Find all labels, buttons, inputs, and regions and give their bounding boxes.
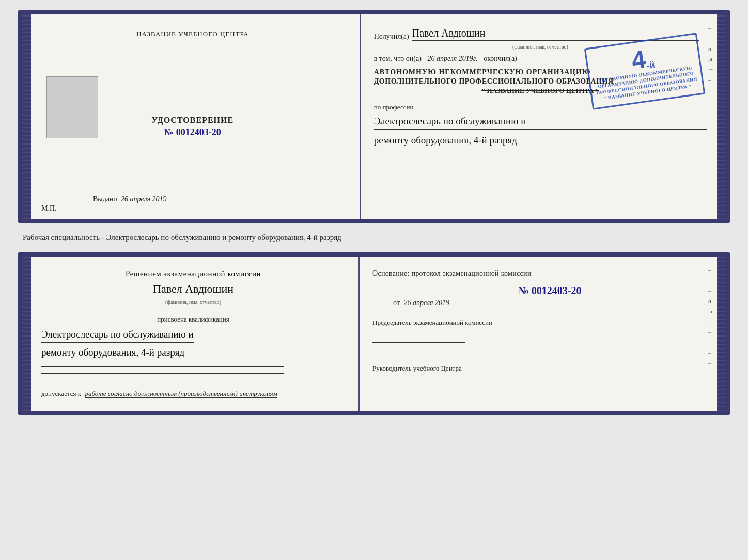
photo-placeholder	[46, 76, 98, 138]
profession-line2: ремонту оборудования, 4-й разряд	[374, 133, 707, 149]
sig-line-2	[41, 373, 284, 374]
ot-prefix: от	[393, 299, 400, 307]
right-spine	[717, 14, 726, 219]
cert-number: № 0012403-20	[152, 127, 234, 138]
side-marks: – – и ,а ← –	[708, 25, 714, 83]
bottom-left-spine	[22, 257, 31, 411]
vtom-prefix: в том, что он(а)	[374, 55, 422, 62]
fio-label-bottom: (фамилия, имя, отчество)	[165, 299, 221, 305]
rukov-title-text: Руководитель учебного Центра	[372, 363, 707, 374]
bottom-side-marks: – – – и ,а ← – – – –	[708, 267, 714, 366]
middle-text: Рабочая специальность - Электрослесарь п…	[18, 232, 730, 243]
stamp-grade: 4	[630, 46, 647, 73]
qual-line1: Электрослесарь по обслуживанию и	[41, 327, 194, 343]
proto-date: от 26 апреля 2019	[393, 299, 707, 307]
chair-sig-line	[372, 342, 465, 343]
mp-label: М.П.	[41, 204, 57, 213]
bottom-right-page: Основание: протокол экзаменационной коми…	[360, 257, 717, 411]
rukov-label: Руководитель учебного Центра	[372, 363, 707, 389]
okonchil: окончил(а)	[484, 55, 517, 62]
vtom-date: 26 апреля 2019г.	[427, 55, 477, 62]
issued-line: Выдано 26 апреля 2019	[93, 195, 167, 203]
sig-line-3	[41, 380, 284, 380]
bottom-left-page: Решением экзаменационной комиссии Павел …	[31, 257, 360, 411]
rukov-sig-line	[372, 388, 465, 388]
chair-title-text: Председатель экзаменационной комиссии	[372, 317, 707, 328]
person-name: Павел Авдюшин	[153, 282, 233, 297]
sig-line-1	[41, 366, 284, 367]
cert-label: УДОСТОВЕРЕНИЕ	[152, 116, 234, 125]
chair-label: Председатель экзаменационной комиссии	[372, 317, 707, 343]
dopuskaetsya-line: допускается к работе согласно должностны…	[41, 390, 277, 398]
top-right-page: 4 -й АВТОНОМНУЮ НЕКОММЕРЧЕСКУЮ ОРГАНИЗАЦ…	[361, 14, 717, 219]
profession-line1: Электрослесарь по обслуживанию и	[374, 114, 707, 130]
issued-prefix: Выдано	[93, 195, 117, 203]
issued-date: 26 апреля 2019	[121, 195, 166, 203]
po-professii: по профессии	[374, 103, 707, 111]
top-document: НАЗВАНИЕ УЧЕБНОГО ЦЕНТРА УДОСТОВЕРЕНИЕ №…	[18, 10, 730, 223]
dash1: –	[703, 33, 707, 41]
middle-text-content: Рабочая специальность - Электрослесарь п…	[23, 233, 341, 242]
prisvoena: присвоена квалификация	[157, 315, 229, 324]
dopuskaetsya-prefix: допускается к	[41, 390, 81, 397]
dopusk-text: работе согласно должностным (производств…	[85, 390, 277, 398]
proto-date-val: 26 апреля 2019	[404, 299, 449, 307]
received-prefix: Получил(а)	[374, 33, 409, 41]
osnov-label: Основание: протокол экзаменационной коми…	[372, 269, 707, 278]
center-title: НАЗВАНИЕ УЧЕБНОГО ЦЕНТРА	[136, 30, 248, 38]
left-spine	[22, 14, 31, 219]
bottom-document: Решением экзаменационной комиссии Павел …	[18, 252, 730, 415]
stamp-suffix: -й	[646, 59, 656, 71]
qual-line2: ремонту оборудования, 4-й разряд	[41, 345, 184, 361]
proto-number: № 0012403-20	[393, 285, 707, 297]
top-left-page: НАЗВАНИЕ УЧЕБНОГО ЦЕНТРА УДОСТОВЕРЕНИЕ №…	[31, 14, 361, 219]
bottom-right-spine	[717, 257, 726, 411]
commission-title: Решением экзаменационной комиссии	[41, 269, 345, 278]
